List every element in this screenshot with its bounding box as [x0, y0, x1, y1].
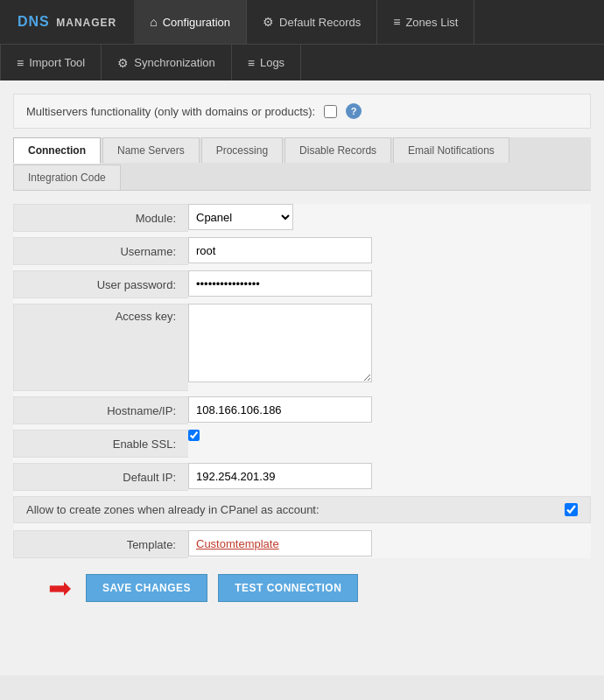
nav-zones-list-label: Zones List	[405, 16, 458, 29]
password-control	[188, 270, 591, 297]
username-input[interactable]	[188, 237, 372, 263]
password-row: User password:	[13, 270, 591, 298]
tab-connection[interactable]: Connection	[13, 137, 101, 164]
password-label: User password:	[13, 270, 188, 298]
sliders-icon: ⚙	[263, 15, 274, 29]
hostname-row: Hostname/IP:	[13, 396, 591, 424]
hostname-control	[188, 396, 591, 423]
tab-processing[interactable]: Processing	[201, 137, 283, 163]
logs-icon: ≡	[248, 56, 255, 70]
username-label: Username:	[13, 237, 188, 265]
test-connection-button[interactable]: TEST CONNECTION	[218, 574, 358, 602]
nav-configuration[interactable]: ⌂ Configuration	[134, 0, 247, 44]
template-row: Template:	[13, 530, 591, 558]
template-control	[188, 530, 591, 556]
tab-name-servers[interactable]: Name Servers	[102, 137, 200, 163]
module-control: Cpanel Plesk DirectAdmin BIND PowerDNS	[188, 204, 591, 230]
sync-icon: ⚙	[117, 56, 129, 70]
module-label: Module:	[13, 204, 188, 232]
template-label: Template:	[13, 530, 188, 558]
ssl-row: Enable SSL:	[13, 430, 591, 458]
allow-zones-label: Allow to create zones when already in CP…	[26, 503, 565, 516]
access-key-control	[188, 304, 591, 382]
tabs-bar: Connection Name Servers Processing Disab…	[13, 137, 591, 191]
username-control	[188, 237, 591, 263]
nav-logs-label: Logs	[260, 56, 284, 69]
multiserver-checkbox[interactable]	[324, 105, 337, 118]
tab-email-notifications[interactable]: Email Notifications	[393, 137, 509, 163]
default-ip-input[interactable]	[188, 463, 372, 489]
nav-import-tool-label: Import Tool	[29, 56, 85, 69]
hostname-label: Hostname/IP:	[13, 396, 188, 424]
default-ip-control	[188, 463, 591, 489]
save-button[interactable]: SAVE CHANGES	[86, 574, 207, 602]
brand-logo: DNS MANAGER	[0, 14, 134, 30]
brand-manager: MANAGER	[56, 17, 116, 29]
default-ip-label: Default IP:	[13, 463, 188, 491]
nav-synchronization[interactable]: ⚙ Synchronization	[102, 45, 232, 80]
nav-synchronization-label: Synchronization	[134, 56, 215, 69]
ssl-control	[188, 430, 591, 441]
import-icon: ≡	[17, 56, 24, 70]
connection-form: Module: Cpanel Plesk DirectAdmin BIND Po…	[13, 204, 591, 558]
access-key-label: Access key:	[13, 304, 188, 391]
tab-integration-code[interactable]: Integration Code	[13, 164, 121, 190]
ssl-label: Enable SSL:	[13, 430, 188, 458]
template-input[interactable]	[188, 530, 372, 556]
nav-configuration-label: Configuration	[163, 16, 230, 29]
module-row: Module: Cpanel Plesk DirectAdmin BIND Po…	[13, 204, 591, 232]
allow-zones-row: Allow to create zones when already in CP…	[13, 496, 591, 523]
list-icon: ≡	[393, 15, 400, 29]
home-icon: ⌂	[150, 15, 157, 29]
username-row: Username:	[13, 237, 591, 265]
access-key-input[interactable]	[188, 304, 372, 382]
nav-default-records-label: Default Records	[279, 16, 361, 29]
multiserver-bar: Multiservers functionality (only with do…	[13, 94, 591, 129]
nav-default-records[interactable]: ⚙ Default Records	[247, 0, 377, 44]
nav-zones-list[interactable]: ≡ Zones List	[377, 0, 474, 44]
allow-zones-checkbox[interactable]	[565, 503, 578, 516]
access-key-row: Access key:	[13, 304, 591, 391]
hostname-input[interactable]	[188, 396, 372, 423]
module-select[interactable]: Cpanel Plesk DirectAdmin BIND PowerDNS	[188, 204, 293, 230]
arrow-icon: ➡	[48, 574, 72, 602]
password-input[interactable]	[188, 270, 372, 297]
action-row: ➡ SAVE CHANGES TEST CONNECTION	[13, 574, 591, 602]
nav-logs[interactable]: ≡ Logs	[232, 45, 301, 80]
brand-dns: DNS	[18, 14, 50, 29]
nav-import-tool[interactable]: ≡ Import Tool	[0, 45, 102, 80]
multiserver-label: Multiservers functionality (only with do…	[26, 105, 315, 118]
help-icon[interactable]: ?	[346, 103, 362, 119]
tab-disable-records[interactable]: Disable Records	[284, 137, 391, 163]
ssl-checkbox[interactable]	[188, 430, 200, 441]
default-ip-row: Default IP:	[13, 463, 591, 491]
